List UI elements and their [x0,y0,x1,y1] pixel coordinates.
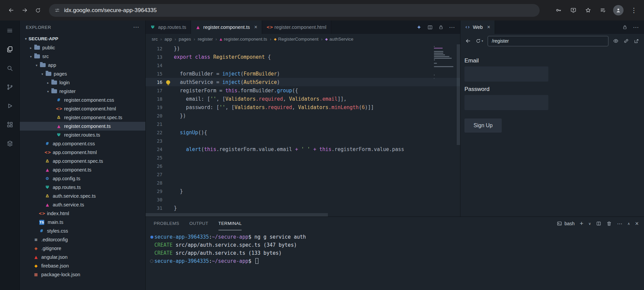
terminal[interactable]: secure-app-3964335:~/secure-app$ ng g se… [146,230,644,290]
file-app.component.css[interactable]: #app.component.css [20,139,145,148]
idx-icon[interactable] [2,136,18,151]
file-angular.json[interactable]: ▲angular.json [20,253,145,261]
email-input[interactable] [464,66,548,82]
explorer-icon[interactable] [2,42,18,57]
gemini-sparkle-icon[interactable] [416,25,422,30]
file-register.routes.ts[interactable]: Ψregister.routes.ts [20,131,145,139]
preview-more-icon[interactable]: ⋯ [633,24,639,31]
run-debug-icon[interactable] [2,98,18,113]
browser-reload-button[interactable] [32,4,44,17]
menu-icon[interactable] [2,23,18,38]
source-control-icon[interactable] [2,80,18,94]
crumb-src[interactable]: src [152,37,158,42]
file-auth.service.ts[interactable]: ▲auth.service.ts [20,200,145,209]
folder-src[interactable]: ▾src [20,52,145,61]
horizontal-scrollbar[interactable] [146,213,460,216]
file-auth.service.spec.ts[interactable]: Δauth.service.spec.ts [20,192,145,200]
minimap[interactable] [434,46,455,80]
preview-reload-button[interactable]: ▾ [476,38,483,44]
editor-tabbar: Ψapp.routes.ts▲register.component.ts×<>r… [146,20,460,34]
file-app.component.html[interactable]: <>app.component.html [20,148,145,157]
open-in-new-window-icon[interactable] [634,38,639,44]
tab-register.component.html[interactable]: <>register.component.html [262,20,331,34]
vertical-scrollbar[interactable] [457,44,460,145]
spec-file-icon: Δ [44,159,50,163]
code-editor[interactable]: 12})13export class RegisterComponent {14… [146,44,460,216]
password-input[interactable] [464,95,548,110]
lock-icon[interactable] [438,25,444,30]
file-app.component.spec.ts[interactable]: Δapp.component.spec.ts [20,157,145,165]
folder-register[interactable]: ▾register [20,87,145,96]
file-label: .editorconfig [41,237,68,242]
panel-more-icon[interactable]: ⋯ [617,221,622,227]
reading-list-icon[interactable] [597,5,608,16]
crumb-authService[interactable]: ◆authService [325,37,353,42]
chevron-down-icon[interactable]: ∨ [588,222,591,226]
file-app.component.ts[interactable]: ▲app.component.ts [20,165,145,174]
panel-tab-terminal[interactable]: TERMINAL [218,217,242,230]
git-file-icon: ◈ [33,246,39,251]
browser-forward-button[interactable] [18,4,31,17]
folder-app[interactable]: ▾app [20,61,145,69]
marker-spacer [149,241,154,249]
file-.editorconfig[interactable]: ≡.editorconfig [20,235,145,244]
tab-web-preview[interactable]: Web × [460,20,495,34]
file-app.routes.ts[interactable]: Ψapp.routes.ts [20,183,145,192]
browser-menu-kebab-icon[interactable]: ⋮ [629,5,639,16]
project-root-row[interactable]: ▾ SECURE-APP [20,34,145,43]
shell-selector[interactable]: bash [557,221,575,226]
extensions-icon[interactable] [2,117,18,132]
crumb-register[interactable]: register [198,37,213,42]
folder-public[interactable]: ▸public [20,43,145,52]
preview-address-bar[interactable]: /register [488,36,608,46]
crumb-pages[interactable]: pages [179,37,191,42]
file-index.html[interactable]: <>index.html [20,209,145,218]
preview-back-icon[interactable] [465,38,471,44]
tab-register.component.ts[interactable]: ▲register.component.ts× [191,20,262,34]
link-icon[interactable] [623,38,629,44]
lightbulb-icon[interactable] [166,80,170,84]
editor-more-icon[interactable]: ⋯ [449,24,455,31]
file-styles.css[interactable]: #styles.css [20,227,145,235]
close-icon[interactable]: × [487,24,490,30]
file-firebase.json[interactable]: ◆firebase.json [20,261,145,270]
visibility-icon[interactable] [613,38,619,44]
bookmark-star-icon[interactable] [583,5,593,16]
file-package-lock.json[interactable]: ■package-lock.json [20,270,145,279]
html-file-icon: <> [44,150,50,155]
explorer-more-icon[interactable]: ⋯ [133,23,139,31]
file-register.component.css[interactable]: #register.component.css [20,96,145,104]
split-editor-icon[interactable] [427,25,433,30]
install-app-icon[interactable] [568,5,579,16]
close-icon[interactable]: × [254,24,257,30]
password-key-icon[interactable] [553,5,564,16]
new-terminal-icon[interactable]: + [580,220,583,227]
site-settings-icon[interactable] [54,7,60,13]
search-icon[interactable] [2,61,18,76]
file-app.config.ts[interactable]: ⚙app.config.ts [20,174,145,183]
split-terminal-icon[interactable] [596,221,601,226]
file-register.component.spec.ts[interactable]: Δregister.component.spec.ts [20,113,145,122]
file-register.component.html[interactable]: <>register.component.html [20,104,145,113]
file-register.component.ts[interactable]: ▲register.component.ts [20,122,145,131]
tab-app.routes.ts[interactable]: Ψapp.routes.ts [146,20,191,34]
browser-back-button[interactable] [5,4,17,17]
chevron-right-icon: ▸ [28,46,34,50]
file-.gitignore[interactable]: ◈.gitignore [20,244,145,253]
profile-avatar[interactable] [613,5,624,15]
file-main.ts[interactable]: TSmain.ts [20,218,145,227]
signup-button[interactable]: Sign Up [464,118,502,133]
maximize-panel-icon[interactable]: ∧ [627,222,630,226]
panel-tab-problems[interactable]: PROBLEMS [154,217,179,230]
close-panel-icon[interactable]: × [635,220,639,227]
panel-tab-output[interactable]: OUTPUT [189,217,208,230]
folder-login[interactable]: ▸login [20,78,145,87]
scrollbar-thumb[interactable] [146,213,328,216]
folder-pages[interactable]: ▾pages [20,69,145,78]
crumb-register.component.ts[interactable]: ▲register.component.ts [219,37,267,42]
crumb-app[interactable]: app [164,37,172,42]
lock-icon[interactable] [622,25,628,30]
crumb-RegisterComponent[interactable]: ◆RegisterComponent [274,37,318,42]
address-bar[interactable]: idx.google.com/secure-app-3964335 [49,4,540,17]
kill-terminal-trash-icon[interactable] [606,221,612,226]
